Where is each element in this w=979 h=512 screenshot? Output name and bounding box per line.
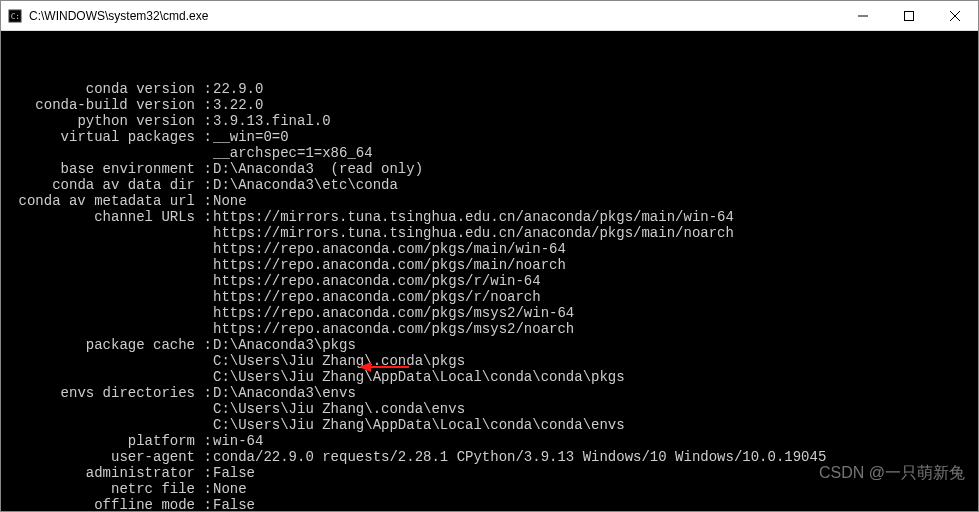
terminal-line: platform : win-64 — [5, 433, 974, 449]
info-label: conda av data dir — [5, 177, 195, 193]
info-value: https://repo.anaconda.com/pkgs/main/noar… — [213, 257, 566, 273]
terminal-line: base environment : D:\Anaconda3 (read on… — [5, 161, 974, 177]
terminal-line: offline mode : False — [5, 497, 974, 511]
titlebar: C: C:\WINDOWS\system32\cmd.exe — [1, 1, 978, 31]
terminal-line: C:\Users\Jiu Zhang\.conda\pkgs — [5, 353, 974, 369]
cmd-icon: C: — [7, 8, 23, 24]
info-value: https://mirrors.tuna.tsinghua.edu.cn/ana… — [213, 225, 734, 241]
terminal-line: C:\Users\Jiu Zhang\.conda\envs — [5, 401, 974, 417]
info-value: None — [213, 193, 247, 209]
terminal-line: conda-build version : 3.22.0 — [5, 97, 974, 113]
terminal-line: https://repo.anaconda.com/pkgs/r/noarch — [5, 289, 974, 305]
terminal-line: __archspec=1=x86_64 — [5, 145, 974, 161]
terminal-line: channel URLs : https://mirrors.tuna.tsin… — [5, 209, 974, 225]
info-label: envs directories — [5, 385, 195, 401]
info-label: channel URLs — [5, 209, 195, 225]
maximize-button[interactable] — [886, 1, 932, 30]
terminal-line: https://repo.anaconda.com/pkgs/main/win-… — [5, 241, 974, 257]
info-value: 22.9.0 — [213, 81, 263, 97]
info-value: False — [213, 497, 255, 511]
svg-rect-3 — [905, 11, 914, 20]
info-value: D:\Anaconda3\pkgs — [213, 337, 356, 353]
separator: : — [195, 433, 213, 449]
terminal-line: conda version : 22.9.0 — [5, 81, 974, 97]
info-value: https://repo.anaconda.com/pkgs/msys2/win… — [213, 305, 574, 321]
info-value: https://repo.anaconda.com/pkgs/msys2/noa… — [213, 321, 574, 337]
info-value: D:\Anaconda3 (read only) — [213, 161, 423, 177]
info-label: user-agent — [5, 449, 195, 465]
terminal-line: https://repo.anaconda.com/pkgs/msys2/win… — [5, 305, 974, 321]
info-value: None — [213, 481, 247, 497]
window-controls — [840, 1, 978, 30]
info-label: base environment — [5, 161, 195, 177]
separator: : — [195, 337, 213, 353]
info-value: C:\Users\Jiu Zhang\AppData\Local\conda\c… — [213, 417, 625, 433]
terminal-line: C:\Users\Jiu Zhang\AppData\Local\conda\c… — [5, 417, 974, 433]
separator: : — [195, 193, 213, 209]
info-label: conda av metadata url — [5, 193, 195, 209]
close-button[interactable] — [932, 1, 978, 30]
separator: : — [195, 385, 213, 401]
terminal-line: https://mirrors.tuna.tsinghua.edu.cn/ana… — [5, 225, 974, 241]
info-label: offline mode — [5, 497, 195, 511]
info-label: platform — [5, 433, 195, 449]
info-value: https://repo.anaconda.com/pkgs/main/win-… — [213, 241, 566, 257]
terminal-line: envs directories : D:\Anaconda3\envs — [5, 385, 974, 401]
separator: : — [195, 497, 213, 511]
terminal-area[interactable]: conda version : 22.9.0conda-build versio… — [1, 31, 978, 511]
terminal-line: user-agent : conda/22.9.0 requests/2.28.… — [5, 449, 974, 465]
info-value: False — [213, 465, 255, 481]
terminal-line: conda av data dir : D:\Anaconda3\etc\con… — [5, 177, 974, 193]
info-value: conda/22.9.0 requests/2.28.1 CPython/3.9… — [213, 449, 826, 465]
info-value: https://mirrors.tuna.tsinghua.edu.cn/ana… — [213, 209, 734, 225]
info-label: netrc file — [5, 481, 195, 497]
separator: : — [195, 113, 213, 129]
terminal-line: C:\Users\Jiu Zhang\AppData\Local\conda\c… — [5, 369, 974, 385]
terminal-line: https://repo.anaconda.com/pkgs/main/noar… — [5, 257, 974, 273]
info-value: C:\Users\Jiu Zhang\.conda\pkgs — [213, 353, 465, 369]
info-label: virtual packages — [5, 129, 195, 145]
info-value: 3.22.0 — [213, 97, 263, 113]
separator: : — [195, 465, 213, 481]
info-value: __win=0=0 — [213, 129, 289, 145]
svg-text:C:: C: — [11, 11, 20, 20]
info-label: conda-build version — [5, 97, 195, 113]
terminal-line: https://repo.anaconda.com/pkgs/r/win-64 — [5, 273, 974, 289]
info-value: 3.9.13.final.0 — [213, 113, 331, 129]
info-value: https://repo.anaconda.com/pkgs/r/win-64 — [213, 273, 541, 289]
info-value: D:\Anaconda3\etc\conda — [213, 177, 398, 193]
info-value: __archspec=1=x86_64 — [213, 145, 373, 161]
cmd-window: C: C:\WINDOWS\system32\cmd.exe conda ver… — [0, 0, 979, 512]
info-label: package cache — [5, 337, 195, 353]
info-value: C:\Users\Jiu Zhang\AppData\Local\conda\c… — [213, 369, 625, 385]
terminal-line: https://repo.anaconda.com/pkgs/msys2/noa… — [5, 321, 974, 337]
separator: : — [195, 177, 213, 193]
separator: : — [195, 161, 213, 177]
terminal-line: administrator : False — [5, 465, 974, 481]
separator: : — [195, 209, 213, 225]
separator: : — [195, 481, 213, 497]
separator: : — [195, 97, 213, 113]
info-value: D:\Anaconda3\envs — [213, 385, 356, 401]
info-label: python version — [5, 113, 195, 129]
terminal-line: netrc file : None — [5, 481, 974, 497]
info-value: C:\Users\Jiu Zhang\.conda\envs — [213, 401, 465, 417]
terminal-line: python version : 3.9.13.final.0 — [5, 113, 974, 129]
separator: : — [195, 449, 213, 465]
terminal-line: virtual packages : __win=0=0 — [5, 129, 974, 145]
terminal-line: conda av metadata url : None — [5, 193, 974, 209]
terminal-line: package cache : D:\Anaconda3\pkgs — [5, 337, 974, 353]
info-value: win-64 — [213, 433, 263, 449]
info-label: conda version — [5, 81, 195, 97]
minimize-button[interactable] — [840, 1, 886, 30]
separator: : — [195, 81, 213, 97]
separator: : — [195, 129, 213, 145]
window-title: C:\WINDOWS\system32\cmd.exe — [29, 9, 840, 23]
info-label: administrator — [5, 465, 195, 481]
info-value: https://repo.anaconda.com/pkgs/r/noarch — [213, 289, 541, 305]
